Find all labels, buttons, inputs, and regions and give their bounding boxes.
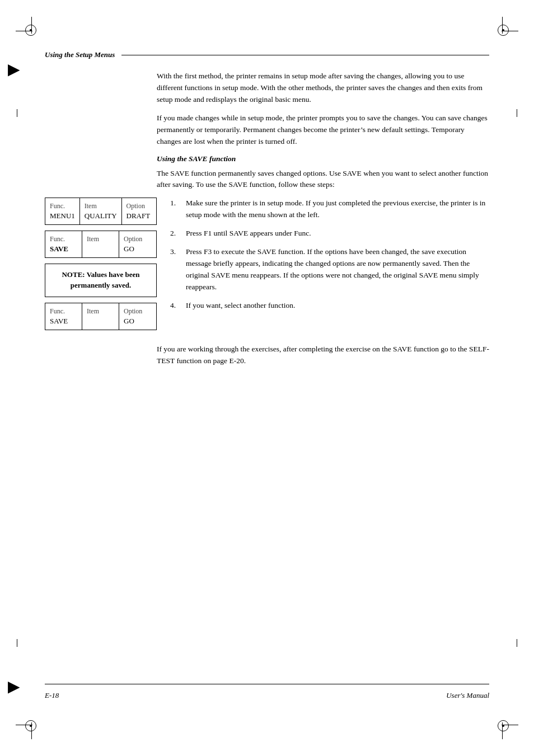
footer-manual-title: User's Manual bbox=[446, 691, 489, 700]
step3-text: Press F3 to execute the SAVE function. I… bbox=[186, 246, 489, 293]
step1-text: Make sure the printer is in setup mode. … bbox=[186, 198, 489, 221]
menu2-option-cell: Option GO bbox=[119, 231, 156, 257]
menu1-func-label: Func. bbox=[50, 201, 75, 211]
mark-br-h bbox=[502, 725, 518, 725]
menu3-func-value: SAVE bbox=[50, 316, 77, 326]
menu1-item-cell: Item QUALITY bbox=[80, 198, 122, 224]
intro-para2: If you made changes while in setup mode,… bbox=[157, 112, 489, 148]
menu2-func-label: Func. bbox=[50, 234, 77, 244]
menu2-func-value: SAVE bbox=[50, 244, 77, 254]
side-mark-right-top bbox=[517, 109, 517, 117]
list-item-2: 2. Press F1 until SAVE appears under Fun… bbox=[170, 228, 489, 240]
reg-circle-br bbox=[498, 720, 509, 731]
menu3-item-label: Item bbox=[87, 307, 114, 316]
step4-text: If you want, select another function. bbox=[186, 300, 489, 312]
mark-bl-h bbox=[16, 725, 32, 725]
menu2-item-cell: Item bbox=[82, 231, 119, 257]
spine-arrow-top: ▶ bbox=[8, 62, 20, 77]
two-col-layout: Func. MENU1 Item QUALITY Option DRAFT Fu… bbox=[45, 198, 489, 336]
step4-num: 4. bbox=[170, 300, 181, 312]
reg-circle-tr bbox=[498, 25, 509, 36]
mark-tl-h bbox=[16, 31, 32, 31]
menu1-option-cell: Option DRAFT bbox=[122, 198, 156, 224]
side-mark-left-bottom bbox=[17, 639, 17, 647]
side-mark-right-bottom bbox=[517, 639, 517, 647]
menu2-option-label: Option bbox=[124, 234, 152, 244]
note-line2: permanently saved. bbox=[71, 281, 131, 289]
menu1-option-value: DRAFT bbox=[127, 211, 152, 221]
note-line1: NOTE: Values have been bbox=[62, 270, 139, 279]
menu3-func-cell: Func. SAVE bbox=[45, 303, 82, 330]
final-para: If you are working through the exercises… bbox=[157, 344, 489, 367]
step2-text: Press F1 until SAVE appears under Func. bbox=[186, 228, 489, 240]
menu3-func-label: Func. bbox=[50, 307, 77, 316]
note-box: NOTE: Values have been permanently saved… bbox=[45, 264, 157, 297]
menu3-option-value: GO bbox=[124, 316, 152, 326]
menu1-item-label: Item bbox=[85, 201, 117, 211]
menu-box-3: Func. SAVE Item Option GO bbox=[45, 303, 157, 330]
menu1-func-value: MENU1 bbox=[50, 211, 75, 221]
left-column: Func. MENU1 Item QUALITY Option DRAFT Fu… bbox=[45, 198, 157, 336]
intro-para3: The SAVE function permanently saves chan… bbox=[157, 168, 489, 191]
mark-br-v bbox=[502, 722, 503, 739]
menu2-item-label: Item bbox=[87, 234, 114, 244]
steps-list: 1. Make sure the printer is in setup mod… bbox=[170, 198, 489, 311]
footer-page-number: E-18 bbox=[45, 691, 59, 700]
menu3-item-cell: Item bbox=[82, 303, 119, 330]
list-item-3: 3. Press F3 to execute the SAVE function… bbox=[170, 246, 489, 293]
reg-circle-bl bbox=[25, 720, 36, 731]
menu3-option-label: Option bbox=[124, 307, 152, 316]
page-footer: E-18 User's Manual bbox=[45, 691, 489, 700]
mark-tr-h bbox=[502, 31, 518, 31]
menu-box-1: Func. MENU1 Item QUALITY Option DRAFT bbox=[45, 198, 157, 225]
header-title: Using the Setup Menus bbox=[45, 50, 115, 59]
menu3-option-cell: Option GO bbox=[119, 303, 156, 330]
list-item-4: 4. If you want, select another function. bbox=[170, 300, 489, 312]
step2-num: 2. bbox=[170, 228, 181, 240]
page-content: Using the Setup Menus With the first met… bbox=[45, 50, 489, 700]
step1-num: 1. bbox=[170, 198, 181, 221]
reg-circle-tl bbox=[25, 25, 36, 36]
mark-tr-v bbox=[502, 17, 503, 34]
mark-tl-v bbox=[31, 17, 32, 34]
header-rule bbox=[121, 55, 489, 55]
spine-arrow-bottom: ▶ bbox=[8, 679, 20, 694]
menu1-func-cell: Func. MENU1 bbox=[45, 198, 80, 224]
menu1-option-label: Option bbox=[127, 201, 152, 211]
step3-num: 3. bbox=[170, 246, 181, 293]
menu-box-2: Func. SAVE Item Option GO bbox=[45, 231, 157, 258]
menu2-func-cell: Func. SAVE bbox=[45, 231, 82, 257]
footer-rule bbox=[45, 684, 489, 684]
side-mark-left-top bbox=[17, 109, 17, 117]
list-item-1: 1. Make sure the printer is in setup mod… bbox=[170, 198, 489, 221]
menu1-item-value: QUALITY bbox=[85, 211, 117, 221]
page-header: Using the Setup Menus bbox=[45, 50, 489, 62]
intro-para1: With the first method, the printer remai… bbox=[157, 71, 489, 106]
mark-bl-v bbox=[31, 722, 32, 739]
section-heading: Using the SAVE function bbox=[157, 154, 489, 163]
menu2-option-value: GO bbox=[124, 244, 152, 254]
right-column: 1. Make sure the printer is in setup mod… bbox=[170, 198, 489, 336]
